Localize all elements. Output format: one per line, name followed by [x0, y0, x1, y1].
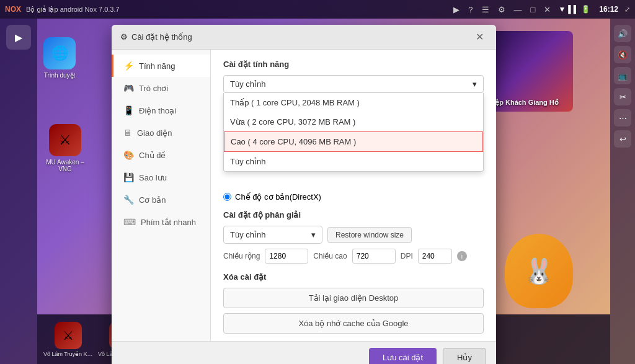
display-btn[interactable]: 📺: [614, 67, 631, 84]
nav-tinh-nang[interactable]: ⚡ Tính năng: [112, 55, 210, 77]
dialog-footer: Lưu cài đặt Hủy: [112, 341, 496, 364]
signal-icon: ▌▌: [568, 5, 579, 14]
dialog-close-btn[interactable]: ✕: [472, 30, 487, 44]
help-icon[interactable]: ?: [466, 4, 475, 16]
maximize-icon[interactable]: □: [528, 4, 538, 16]
tinh-nang-icon: ⚡: [123, 61, 134, 71]
sao-luu-icon: 💾: [123, 172, 134, 182]
dpi-label: DPI: [401, 252, 413, 260]
perf-option-thap[interactable]: Thấp ( 1 core CPU, 2048 MB RAM ): [224, 93, 483, 112]
reset-desktop-btn[interactable]: Tải lại giao diện Desktop: [223, 288, 484, 308]
app-title: Bộ giả lập android Nox 7.0.3.7: [26, 6, 451, 14]
resolution-section-title: Cài đặt độ phân giải: [223, 210, 484, 220]
play-icon[interactable]: ▶: [451, 4, 462, 16]
nav-phim-tat-label: Phím tắt nhanh: [141, 218, 196, 227]
dialog-nav: ⚡ Tính năng 🎮 Trò chơi 📱 Điện thoại 🖥 Gi…: [112, 50, 211, 341]
perf-option-vua-label: Vừa ( 2 core CPU, 3072 MB RAM ): [230, 117, 355, 127]
save-btn[interactable]: Lưu cài đặt: [369, 348, 437, 364]
clear-cache-btn[interactable]: Xóa bộ nhớ cache của Google: [223, 313, 484, 334]
app-logo: NOX: [5, 5, 21, 14]
giao-dien-icon: 🖥: [123, 128, 132, 138]
volume-up-btn[interactable]: 🔊: [614, 25, 631, 42]
task-vo-lam-max-label: Võ Lâm Truyền Kỳ MAX: [43, 351, 93, 357]
nav-giao-dien-label: Giao diện: [137, 128, 172, 138]
perf-option-cao[interactable]: Cao ( 4 core CPU, 4096 MB RAM ): [224, 131, 483, 152]
resolution-current: Tùy chỉnh: [230, 230, 265, 239]
width-input[interactable]: [265, 249, 308, 264]
render-mode-row: Chế độ cơ bản(DirectX): [223, 192, 484, 202]
chu-de-icon: 🎨: [123, 150, 134, 160]
height-label: Chiều cao: [313, 252, 347, 260]
width-label: Chiều rộng: [223, 252, 260, 260]
nav-chu-de-label: Chủ đề: [139, 151, 166, 160]
nav-dien-thoai[interactable]: 📱 Điện thoại: [112, 99, 210, 122]
fullscreen-icon[interactable]: ⤢: [624, 6, 630, 14]
nav-phim-tat[interactable]: ⌨ Phím tắt nhanh: [112, 211, 210, 233]
nav-giao-dien[interactable]: 🖥 Giao diện: [112, 122, 210, 144]
dialog-header: ⚙ Cài đặt hệ thống ✕: [112, 25, 496, 50]
nav-sao-luu[interactable]: 💾 Sao lưu: [112, 166, 210, 189]
delete-section: Xóa cài đặt Tải lại giao diện Desktop Xó…: [223, 272, 484, 339]
nav-tro-choi-label: Trò chơi: [139, 84, 168, 93]
volume-down-btn[interactable]: 🔇: [614, 46, 631, 63]
resolution-inputs-row: Chiều rộng Chiều cao DPI i: [223, 249, 484, 264]
delete-section-title: Xóa cài đặt: [223, 272, 484, 282]
dialog-content: Cài đặt tính năng Tùy chỉnh ▾ Thấp ( 1 c…: [211, 50, 496, 341]
minimize-icon[interactable]: —: [512, 4, 525, 16]
nav-tro-choi[interactable]: 🎮 Trò chơi: [112, 77, 210, 99]
status-area: ▼ ▌▌ 🔋 16:12 ⤢: [558, 5, 630, 14]
dien-thoai-icon: 📱: [123, 105, 134, 115]
restore-window-btn[interactable]: Restore window size: [327, 227, 412, 243]
wifi-icon: ▼: [558, 5, 566, 14]
dpi-info-icon[interactable]: i: [457, 251, 467, 261]
app-mu-awaken[interactable]: ⚔ MU Awaken – VNG: [43, 124, 87, 172]
perf-option-cao-label: Cao ( 4 core CPU, 4096 MB RAM ): [231, 137, 356, 146]
perf-select-box[interactable]: Tùy chỉnh ▾: [223, 75, 484, 93]
clock: 16:12: [599, 5, 618, 14]
nav-tinh-nang-label: Tính năng: [139, 61, 175, 71]
titlebar-controls: ▶ ? ☰ ⚙ — □ ✕: [451, 4, 553, 16]
perf-option-tuy-chinh[interactable]: Tùy chỉnh: [224, 152, 483, 171]
chevron-down-icon: ▾: [473, 79, 477, 89]
back-btn[interactable]: ↩: [614, 130, 631, 148]
tro-choi-icon: 🎮: [123, 83, 134, 93]
dialog-body: ⚡ Tính năng 🎮 Trò chơi 📱 Điện thoại 🖥 Gi…: [112, 50, 496, 341]
mu-awaken-label: MU Awaken – VNG: [43, 159, 87, 172]
mascot-area: 🐰: [505, 234, 573, 308]
settings-icon[interactable]: ⚙: [495, 4, 508, 16]
perf-option-tuy-chinh-label: Tùy chỉnh: [230, 157, 265, 166]
close-window-icon[interactable]: ✕: [541, 4, 553, 16]
phim-tat-icon: ⌨: [123, 217, 136, 227]
co-ban-icon: 🔧: [123, 195, 134, 205]
height-input[interactable]: [352, 249, 396, 264]
resolution-select[interactable]: Tùy chỉnh ▾: [223, 226, 322, 244]
resolution-chevron-icon: ▾: [311, 230, 316, 239]
task-vo-lam-max[interactable]: ⚔ Võ Lâm Truyền Kỳ MAX: [43, 322, 93, 357]
left-sidebar: ▶: [0, 19, 37, 364]
mascot: 🐰: [505, 234, 573, 308]
app-trinh-duyet[interactable]: 🌐 Trình duyệt: [43, 37, 76, 79]
nav-co-ban[interactable]: 🔧 Cơ bản: [112, 189, 210, 211]
perf-option-vua[interactable]: Vừa ( 2 core CPU, 3072 MB RAM ): [224, 112, 483, 131]
perf-select[interactable]: Tùy chỉnh ▾ Thấp ( 1 core CPU, 2048 MB R…: [223, 75, 484, 93]
perf-section-title: Cài đặt tính năng: [223, 60, 484, 69]
render-label: Chế độ cơ bản(DirectX): [235, 192, 321, 202]
menu-icon[interactable]: ☰: [479, 4, 492, 16]
perf-dropdown-list: Thấp ( 1 core CPU, 2048 MB RAM ) Vừa ( 2…: [223, 93, 484, 172]
battery-icon: 🔋: [581, 5, 590, 14]
nav-sao-luu-label: Sao lưu: [139, 173, 167, 182]
nav-co-ban-label: Cơ bản: [139, 195, 166, 205]
render-radio[interactable]: [223, 193, 231, 201]
resolution-top-row: Tùy chỉnh ▾ Restore window size: [223, 226, 484, 244]
dpi-input[interactable]: [418, 249, 452, 264]
trinh-duyet-label: Trình duyệt: [44, 72, 76, 79]
nav-dien-thoai-label: Điện thoại: [139, 106, 176, 115]
nav-chu-de[interactable]: 🎨 Chủ đề: [112, 144, 210, 166]
more-btn[interactable]: ⋯: [614, 109, 631, 127]
sidebar-play-btn[interactable]: ▶: [6, 25, 31, 50]
perf-current-value: Tùy chỉnh: [230, 79, 265, 89]
right-sidebar: 🔊 🔇 📺 ✂ ⋯ ↩: [610, 19, 635, 364]
resolution-select-box[interactable]: Tùy chỉnh ▾: [223, 226, 322, 244]
scissor-btn[interactable]: ✂: [614, 88, 631, 105]
cancel-btn[interactable]: Hủy: [443, 348, 486, 364]
